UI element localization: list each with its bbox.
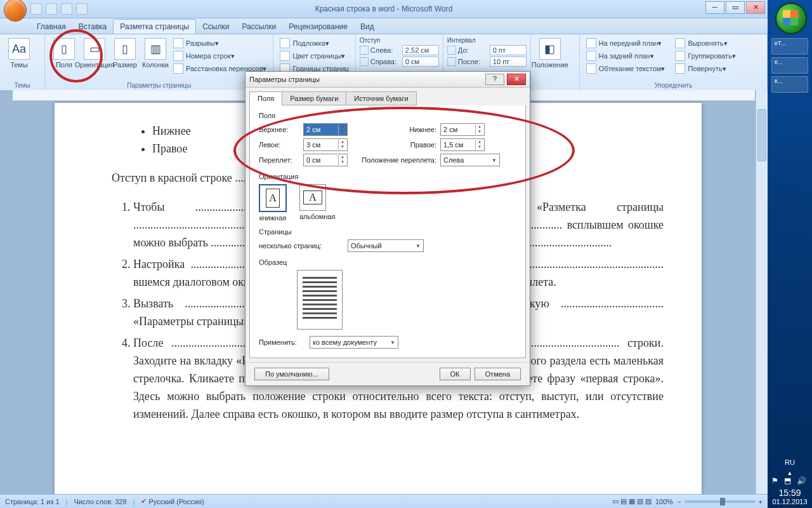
minimize-button[interactable]: ─ <box>705 1 724 14</box>
page-setup-dialog: Параметры страницы ? ✕ Поля Размер бумаг… <box>245 71 530 386</box>
gutter-position-select[interactable]: Слева▼ <box>440 154 500 166</box>
spacing-before-input[interactable]: 0 пт <box>490 45 527 55</box>
breaks-button[interactable]: Разрывы ▾ <box>171 37 269 50</box>
orientation-landscape[interactable]: Aальбомная <box>299 184 335 222</box>
status-lang[interactable]: Русский (Россия) <box>148 498 204 505</box>
zoom-slider[interactable] <box>685 500 755 503</box>
maximize-button[interactable]: ▭ <box>726 1 745 14</box>
spacing-title: Интервал <box>447 37 527 44</box>
preview-icon <box>297 270 343 330</box>
margin-left-input[interactable]: 3 см▲▼ <box>303 138 348 151</box>
start-button[interactable] <box>775 3 807 34</box>
margins-button[interactable]: ▯Поля <box>49 36 79 75</box>
window-title: Красная строка в word - Microsoft Word <box>315 4 453 13</box>
margin-right-input[interactable]: 1,5 см▲▼ <box>440 138 485 151</box>
apply-to-select[interactable]: ко всему документу▼ <box>310 336 398 349</box>
watermark-button[interactable]: Подложка ▾ <box>277 37 351 50</box>
dialog-tab-paper[interactable]: Размер бумаги <box>282 91 346 105</box>
dialog-tab-source[interactable]: Источник бумаги <box>346 91 416 105</box>
indent-left-input[interactable]: 2,52 см <box>402 45 439 55</box>
tab-view[interactable]: Вид <box>354 20 381 34</box>
spacing-after-input[interactable]: 10 пт <box>490 57 527 67</box>
group-themes-label: Темы <box>4 81 41 90</box>
page-color-button[interactable]: Цвет страницы ▾ <box>277 50 351 62</box>
task-2[interactable]: К... <box>771 57 808 74</box>
view-buttons[interactable]: ▭ ▤ ▦ ▧ ▨ <box>612 497 652 505</box>
bring-front-button[interactable]: На передний план ▾ <box>584 37 668 50</box>
tab-review[interactable]: Рецензирование <box>282 20 354 34</box>
dialog-tab-margins[interactable]: Поля <box>249 91 282 105</box>
text-wrap-button[interactable]: Обтекание текстом ▾ <box>584 62 668 75</box>
columns-button[interactable]: ▥Колонки <box>140 36 171 75</box>
tab-references[interactable]: Ссылки <box>196 20 235 34</box>
group-button[interactable]: Группировать ▾ <box>672 50 738 62</box>
close-button[interactable]: ✕ <box>746 1 765 14</box>
status-bar: Страница: 1 из 1| Число слов: 328| ✔ Рус… <box>0 494 768 508</box>
line-numbers-button[interactable]: Номера строк ▾ <box>171 50 269 62</box>
multi-pages-select[interactable]: Обычный▼ <box>348 239 424 252</box>
taskbar: еТ... К... К... RU ▲ ⚑ ⬒ 🔊 15:59 01.12.2… <box>768 0 812 508</box>
send-back-button[interactable]: На задний план ▾ <box>584 50 668 62</box>
gutter-input[interactable]: 0 см▲▼ <box>303 154 348 166</box>
tab-home[interactable]: Главная <box>30 20 72 34</box>
office-orb[interactable] <box>4 0 27 22</box>
dialog-close-button[interactable]: ✕ <box>507 74 526 85</box>
task-3[interactable]: К... <box>771 76 808 93</box>
quick-access-toolbar[interactable] <box>30 3 88 15</box>
zoom-value[interactable]: 100% <box>655 498 673 505</box>
orientation-button[interactable]: ▭Ориентация <box>79 36 110 75</box>
themes-button[interactable]: AaТемы <box>4 36 34 69</box>
indent-title: Отступ <box>360 37 439 44</box>
align-button[interactable]: Выровнять ▾ <box>672 37 738 50</box>
dialog-title: Параметры страницы <box>249 76 483 83</box>
tab-insert[interactable]: Вставка <box>72 20 114 34</box>
cancel-button[interactable]: Отмена <box>475 368 521 380</box>
status-words[interactable]: Число слов: 328 <box>74 498 126 505</box>
margin-top-input[interactable]: 2 см▲▼ <box>303 123 348 136</box>
default-button[interactable]: По умолчанию... <box>254 368 329 380</box>
tray-icons[interactable]: ⚑ ⬒ 🔊 <box>768 476 812 485</box>
ok-button[interactable]: ОК <box>440 368 471 380</box>
size-button[interactable]: ▯Размер <box>110 36 140 75</box>
position-button[interactable]: ◧Положение <box>535 36 565 69</box>
vertical-scrollbar[interactable] <box>756 90 768 494</box>
dialog-help-button[interactable]: ? <box>485 74 504 85</box>
group-arrange-label: Упорядочить <box>584 81 763 90</box>
status-page[interactable]: Страница: 1 из 1 <box>5 498 60 505</box>
tray-lang[interactable]: RU <box>768 458 812 466</box>
margin-bottom-input[interactable]: 2 см▲▼ <box>440 123 485 136</box>
tab-page-layout[interactable]: Разметка страницы <box>113 19 196 34</box>
tray-date[interactable]: 01.12.2013 <box>768 498 812 505</box>
rotate-button[interactable]: Повернуть ▾ <box>672 62 738 75</box>
orientation-portrait[interactable]: Aкнижная <box>259 184 287 222</box>
titlebar: Красная строка в word - Microsoft Word ─… <box>0 0 768 18</box>
group-pagesetup-label: Параметры страницы <box>49 81 269 90</box>
tab-mailings[interactable]: Рассылки <box>235 20 282 34</box>
ribbon-tabs: Главная Вставка Разметка страницы Ссылки… <box>0 18 768 34</box>
tray-time[interactable]: 15:59 <box>768 488 812 498</box>
task-1[interactable]: еТ... <box>771 38 808 55</box>
indent-right-input[interactable]: 0 см <box>402 57 439 67</box>
